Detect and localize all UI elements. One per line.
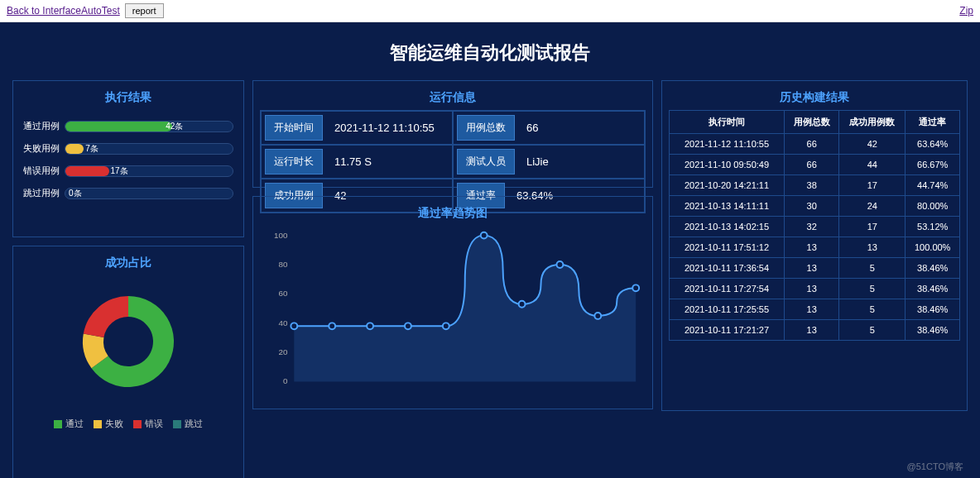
table-cell: 17 [839,217,906,237]
exec-bar-row: 通过用例 42条 [23,120,233,132]
exec-result-panel: 执行结果 通过用例 42条 失败用例 7条 错误用例 17条 跳过用例 0条 [12,80,244,237]
table-row: 2021-10-13 14:11:11302480.00% [670,196,960,217]
watermark: @51CTO博客 [907,461,963,473]
exec-bar-row: 失败用例 7条 [23,142,233,155]
info-cell: 运行时长 11.75 S [261,145,453,179]
bar-label: 失败用例 [23,142,60,155]
svg-point-9 [405,323,411,329]
table-cell: 38.46% [906,279,960,299]
table-cell: 2021-10-11 17:36:54 [670,258,785,279]
table-cell: 2021-10-13 14:11:11 [670,196,785,217]
trend-title: 通过率趋势图 [262,201,644,226]
table-cell: 38.46% [906,258,960,279]
donut-chart [62,275,195,408]
table-cell: 2021-10-13 14:02:15 [670,217,785,237]
bar-label: 跳过用例 [23,187,60,199]
legend-item: 失败 [94,418,123,430]
table-row: 2021-11-12 11:10:55664263.64% [670,134,960,155]
table-cell: 13 [785,279,839,299]
legend-label: 通过 [65,418,84,430]
table-cell: 38 [785,175,839,196]
table-cell: 66 [785,155,839,175]
table-cell: 13 [839,237,906,258]
info-tag: 用例总数 [457,115,515,141]
svg-text:20: 20 [279,347,288,356]
report-button[interactable]: report [125,3,164,18]
topbar: Back to InterfaceAutoTest report Zip [0,0,980,22]
legend-item: 错误 [133,418,163,430]
info-tag: 开始时间 [265,115,323,141]
ratio-title: 成功占比 [22,251,235,275]
table-cell: 42 [839,134,906,155]
table-cell: 38.46% [906,299,960,320]
legend-swatch [173,420,181,428]
bar-label: 通过用例 [23,120,60,132]
bar-track: 17条 [65,165,233,177]
table-cell: 53.12% [906,217,960,237]
history-header-cell: 通过率 [906,111,960,134]
table-row: 2021-10-11 17:25:5513538.46% [670,299,960,320]
bar-text: 42条 [166,121,183,132]
bar-text: 17条 [111,165,128,177]
svg-point-12 [519,301,526,308]
bar-text: 0条 [69,188,82,199]
page-title: 智能运维自动化测试报告 [12,31,968,80]
table-cell: 63.64% [906,134,960,155]
back-link[interactable]: Back to InterfaceAutoTest [7,5,120,17]
svg-point-7 [329,323,335,329]
history-header-cell: 执行时间 [670,111,785,134]
svg-point-15 [632,284,639,291]
table-row: 2021-10-20 14:21:11381744.74% [670,175,960,196]
info-tag: 测试人员 [457,149,515,174]
history-panel: 历史构建结果 执行时间用例总数成功用例数通过率 2021-11-12 11:10… [661,80,968,411]
table-cell: 30 [785,196,839,217]
table-cell: 5 [839,258,906,279]
table-cell: 2021-10-20 14:21:11 [670,175,785,196]
table-cell: 13 [785,258,839,279]
info-value: LiJie [518,155,549,168]
history-header-cell: 用例总数 [785,111,839,134]
info-cell: 用例总数 66 [453,111,645,145]
history-title: 历史构建结果 [669,85,960,110]
bar-text: 7条 [85,143,98,155]
table-row: 2021-10-11 17:27:5413538.46% [670,279,960,299]
zip-link[interactable]: Zip [959,5,973,17]
info-title: 运行信息 [260,85,646,110]
run-info-panel: 运行信息 开始时间 2021-11-12 11:10:55用例总数 66运行时长… [252,80,653,188]
table-row: 2021-10-11 17:36:5413538.46% [670,258,960,279]
ratio-panel: 成功占比 通过失败错误跳过 [12,246,244,478]
exec-bar-row: 错误用例 17条 [23,165,233,177]
legend-swatch [94,420,102,428]
table-cell: 2021-10-11 17:21:27 [670,320,785,341]
table-row: 2021-10-11 17:51:121313100.00% [670,237,960,258]
trend-panel: 通过率趋势图 020406080100 [252,196,653,409]
legend-swatch [133,420,142,428]
table-cell: 17 [839,175,906,196]
svg-text:0: 0 [283,377,288,386]
svg-text:60: 60 [279,289,288,298]
info-tag: 运行时长 [265,149,323,174]
legend-item: 通过 [54,418,84,430]
history-table: 执行时间用例总数成功用例数通过率 2021-11-12 11:10:556642… [669,110,960,341]
table-cell: 2021-10-11 17:51:12 [670,237,785,258]
table-row: 2021-10-11 17:21:2713538.46% [670,320,960,341]
info-value: 66 [518,122,538,134]
history-header-cell: 成功用例数 [839,111,906,134]
svg-point-8 [367,323,373,329]
table-cell: 5 [839,320,906,341]
svg-point-10 [443,323,449,329]
table-cell: 66 [785,134,839,155]
svg-point-6 [291,323,297,329]
bar-track: 7条 [65,143,233,155]
table-cell: 38.46% [906,320,960,341]
legend-swatch [54,420,62,428]
dashboard-container: 智能运维自动化测试报告 执行结果 通过用例 42条 失败用例 7条 错误用例 1… [0,22,980,478]
bar-track: 42条 [65,121,233,132]
table-cell: 13 [785,299,839,320]
svg-point-11 [481,232,488,239]
table-cell: 2021-11-12 11:10:55 [670,134,785,155]
bar-label: 错误用例 [23,165,60,177]
bar-track: 0条 [65,188,233,199]
exec-title: 执行结果 [23,85,233,110]
table-row: 2021-11-10 09:50:49664466.67% [670,155,960,175]
